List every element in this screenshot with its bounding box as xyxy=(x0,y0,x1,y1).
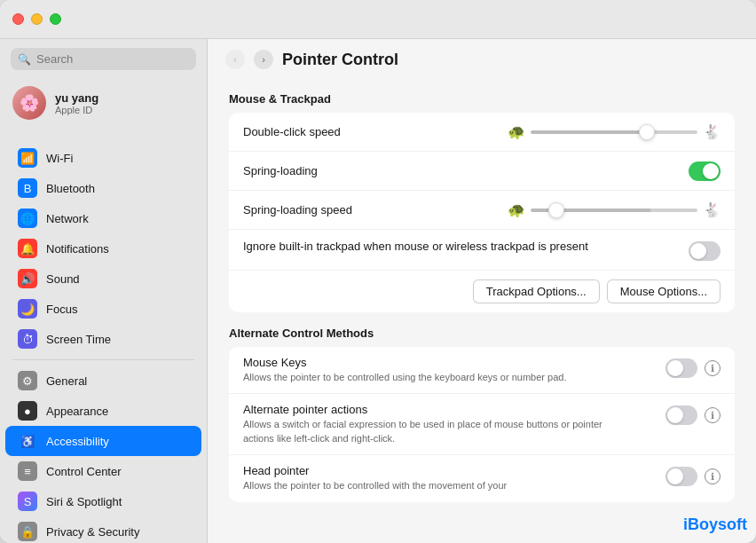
head-pointer-label-group: Head pointer Allows the pointer to be co… xyxy=(243,464,665,492)
sidebar-item-network[interactable]: 🌐Network xyxy=(5,203,201,233)
detail-panel: ‹ › Pointer Control Mouse & Trackpad Dou… xyxy=(208,39,756,543)
traffic-lights xyxy=(12,13,61,25)
spring-loading-speed-row: Spring-loading speed 🐢 🐇 xyxy=(229,191,735,230)
titlebar xyxy=(0,0,756,39)
mouse-keys-label-group: Mouse Keys Allows the pointer to be cont… xyxy=(243,356,665,384)
ignore-trackpad-label: Ignore built-in trackpad when mouse or w… xyxy=(243,239,680,255)
spring-loading-speed-slider-container: 🐢 🐇 xyxy=(508,201,721,218)
general-icon: ⚙ xyxy=(18,371,37,390)
sidebar-item-label-focus: Focus xyxy=(46,303,77,316)
sidebar-item-label-privacy: Privacy & Security xyxy=(46,525,139,539)
sidebar-item-notifications[interactable]: 🔔Notifications xyxy=(5,233,201,264)
page-title: Pointer Control xyxy=(282,51,398,69)
privacy-icon: 🔒 xyxy=(18,522,37,541)
screentime-icon: ⏱ xyxy=(18,329,37,349)
alternate-pointer-info-button[interactable]: ℹ xyxy=(705,407,721,423)
section-header-alternate-control: Alternate Control Methods xyxy=(229,327,735,340)
sidebar-item-sound[interactable]: 🔊Sound xyxy=(5,264,201,294)
sidebar-item-label-general: General xyxy=(46,374,87,388)
controlcenter-icon: ≡ xyxy=(18,461,37,481)
network-icon: 🌐 xyxy=(18,209,37,228)
notifications-icon: 🔔 xyxy=(18,239,37,258)
sidebar-item-label-network: Network xyxy=(46,212,89,225)
head-pointer-toggle[interactable] xyxy=(665,467,697,486)
sidebar-item-label-sound: Sound xyxy=(46,272,80,286)
sidebar-item-controlcenter[interactable]: ≡Control Center xyxy=(5,456,201,486)
sidebar-items: 📶Wi-FiBBluetooth🌐Network🔔Notifications🔊S… xyxy=(0,143,207,543)
spring-loading-toggle[interactable] xyxy=(689,161,721,181)
mouse-options-button[interactable]: Mouse Options... xyxy=(607,279,721,303)
sidebar-item-bluetooth[interactable]: BBluetooth xyxy=(5,173,201,203)
sidebar-item-label-notifications: Notifications xyxy=(46,242,109,256)
spring-loading-speed-slider[interactable] xyxy=(531,209,697,212)
sidebar-item-appearance[interactable]: ●Appearance xyxy=(5,396,201,426)
ignore-trackpad-row: Ignore built-in trackpad when mouse or w… xyxy=(229,230,735,271)
maximize-button[interactable] xyxy=(50,13,61,25)
head-pointer-info-button[interactable]: ℹ xyxy=(705,468,721,484)
sidebar-item-focus[interactable]: 🌙Focus xyxy=(5,294,201,324)
search-icon: 🔍 xyxy=(18,53,31,66)
sidebar-item-siri[interactable]: SSiri & Spotlight xyxy=(5,486,201,516)
sidebar-item-label-wifi: Wi-Fi xyxy=(46,152,73,165)
sidebar-item-privacy[interactable]: 🔒Privacy & Security xyxy=(5,516,201,543)
head-pointer-row: Head pointer Allows the pointer to be co… xyxy=(229,455,735,501)
ignore-trackpad-toggle-thumb xyxy=(690,243,706,259)
siri-icon: S xyxy=(18,492,37,511)
head-pointer-desc: Allows the pointer to be controlled with… xyxy=(243,479,616,492)
close-button[interactable] xyxy=(12,13,24,25)
mouse-keys-row: Mouse Keys Allows the pointer to be cont… xyxy=(229,347,735,394)
mouse-trackpad-card: Double-click speed 🐢 🐇 Spring-loading xyxy=(229,113,735,312)
mouse-keys-info-button[interactable]: ℹ xyxy=(705,360,721,376)
search-input[interactable] xyxy=(36,52,189,66)
slider-fast-icon: 🐇 xyxy=(703,123,721,140)
user-subtitle: Apple ID xyxy=(55,105,98,115)
sidebar-item-label-accessibility: Accessibility xyxy=(46,435,109,448)
trackpad-options-button[interactable]: Trackpad Options... xyxy=(473,279,600,303)
alternate-pointer-row: Alternate pointer actions Allows a switc… xyxy=(229,394,735,455)
sidebar-item-wifi[interactable]: 📶Wi-Fi xyxy=(5,143,201,173)
bluetooth-icon: B xyxy=(18,178,37,198)
alternate-pointer-label-group: Alternate pointer actions Allows a switc… xyxy=(243,403,665,445)
sidebar-item-general[interactable]: ⚙General xyxy=(5,366,201,396)
detail-header: ‹ › Pointer Control xyxy=(208,39,756,78)
mouse-keys-toggle[interactable] xyxy=(665,358,697,378)
sidebar-item-accessibility[interactable]: ♿Accessibility xyxy=(5,426,201,456)
double-click-speed-label: Double-click speed xyxy=(243,125,508,138)
minimize-button[interactable] xyxy=(31,13,43,25)
sidebar-item-label-bluetooth: Bluetooth xyxy=(46,182,95,195)
sidebar: 🔍 🌸 yu yang Apple ID 📶Wi-FiBBluetooth🌐Ne… xyxy=(0,39,208,543)
spring-slow-icon: 🐢 xyxy=(508,201,525,218)
nav-back-button[interactable]: ‹ xyxy=(225,50,245,69)
search-bar[interactable]: 🔍 xyxy=(11,48,196,70)
window: 🔍 🌸 yu yang Apple ID 📶Wi-FiBBluetooth🌐Ne… xyxy=(0,0,756,543)
spring-fast-icon: 🐇 xyxy=(703,201,721,218)
spring-loading-label: Spring-loading xyxy=(243,164,689,177)
user-name: yu yang xyxy=(55,91,98,105)
slider-slow-icon: 🐢 xyxy=(508,123,525,140)
sidebar-item-screentime[interactable]: ⏱Screen Time xyxy=(5,324,201,354)
double-click-speed-slider-container: 🐢 🐇 xyxy=(508,123,721,140)
accessibility-icon: ♿ xyxy=(18,431,37,451)
sound-icon: 🔊 xyxy=(18,269,37,288)
sidebar-divider-2 xyxy=(12,359,194,360)
sidebar-item-label-appearance: Appearance xyxy=(46,405,108,418)
detail-body: Mouse & Trackpad Double-click speed 🐢 🐇 xyxy=(208,78,756,543)
wifi-icon: 📶 xyxy=(18,148,37,168)
alternate-pointer-desc: Allows a switch or facial expression to … xyxy=(243,418,616,445)
nav-forward-button[interactable]: › xyxy=(254,50,273,69)
spring-loading-row: Spring-loading xyxy=(229,152,735,191)
sidebar-item-label-siri: Siri & Spotlight xyxy=(46,495,122,508)
toggle-thumb xyxy=(703,163,719,179)
double-click-speed-row: Double-click speed 🐢 🐇 xyxy=(229,113,735,152)
user-info: yu yang Apple ID xyxy=(55,91,98,115)
alternate-pointer-toggle[interactable] xyxy=(665,405,697,425)
double-click-speed-slider[interactable] xyxy=(531,130,697,134)
appearance-icon: ● xyxy=(18,401,37,421)
trackpad-actions-row: Trackpad Options... Mouse Options... xyxy=(229,271,735,312)
alternate-control-card: Mouse Keys Allows the pointer to be cont… xyxy=(229,347,735,502)
sidebar-item-label-screentime: Screen Time xyxy=(46,333,111,346)
sidebar-item-label-controlcenter: Control Center xyxy=(46,465,122,478)
user-profile[interactable]: 🌸 yu yang Apple ID xyxy=(0,79,207,127)
mouse-keys-desc: Allows the pointer to be controlled usin… xyxy=(243,371,616,384)
ignore-trackpad-toggle[interactable] xyxy=(689,241,721,261)
